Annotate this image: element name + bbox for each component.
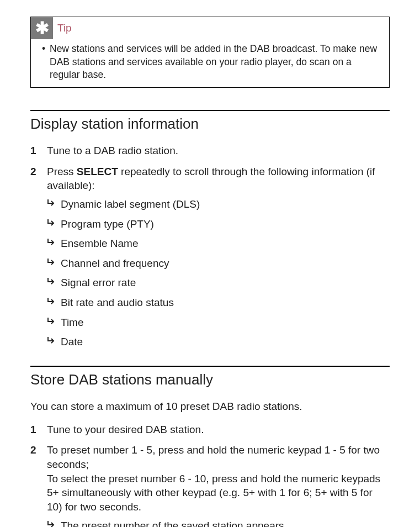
step-item: Tune to a DAB radio station.: [30, 144, 390, 158]
step-item: To preset number 1 - 5, press and hold t…: [30, 443, 390, 527]
section-divider: [30, 110, 390, 111]
list-item: Time: [47, 315, 390, 330]
section-intro: You can store a maximum of 10 preset DAB…: [30, 399, 390, 414]
step-text: Press SELECT repeatedly to scroll throug…: [47, 166, 375, 192]
section-heading-display-info: Display station information: [30, 114, 390, 134]
result-arrow-icon: [47, 520, 57, 527]
list-item: Dynamic label segment (DLS): [47, 197, 390, 212]
select-keyword: SELECT: [77, 166, 118, 177]
list-item: Ensemble Name: [47, 236, 390, 251]
list-item: Date: [47, 335, 390, 349]
tip-header: ✱ Tip: [31, 17, 389, 39]
step-text: Tune to a DAB radio station.: [47, 145, 178, 156]
list-item: Program type (PTY): [47, 217, 390, 231]
list-item: Signal error rate: [47, 276, 390, 290]
step-item: Tune to your desired DAB station.: [30, 423, 390, 437]
steps-list: Tune to your desired DAB station. To pre…: [30, 423, 390, 527]
tip-label: Tip: [57, 21, 72, 35]
section-heading-store-dab: Store DAB stations manually: [30, 370, 390, 389]
result-arrow-icon: [47, 238, 57, 246]
result-arrow-icon: [47, 317, 57, 325]
result-arrow-icon: [47, 277, 57, 285]
result-arrow-icon: [47, 297, 57, 305]
step-item: Press SELECT repeatedly to scroll throug…: [30, 165, 390, 349]
steps-list: Tune to a DAB radio station. Press SELEC…: [30, 144, 390, 349]
result-sub-list: The preset number of the saved station a…: [47, 519, 390, 527]
result-arrow-icon: [47, 258, 57, 266]
section-divider: [30, 366, 390, 367]
result-arrow-icon: [47, 219, 57, 226]
tip-box: ✱ Tip New stations and services will be …: [30, 17, 390, 88]
result-arrow-icon: [47, 199, 57, 207]
asterisk-icon: ✱: [31, 17, 53, 39]
list-item: Channel and frequency: [47, 256, 390, 271]
step-text: Tune to your desired DAB station.: [47, 424, 204, 435]
step-text: To preset number 1 - 5, press and hold t…: [47, 444, 380, 513]
result-arrow-icon: [47, 336, 57, 344]
list-item: Bit rate and audio status: [47, 296, 390, 310]
list-item: The preset number of the saved station a…: [47, 519, 390, 527]
info-sub-list: Dynamic label segment (DLS) Program type…: [47, 197, 390, 349]
tip-body: New stations and services will be added …: [31, 39, 389, 87]
